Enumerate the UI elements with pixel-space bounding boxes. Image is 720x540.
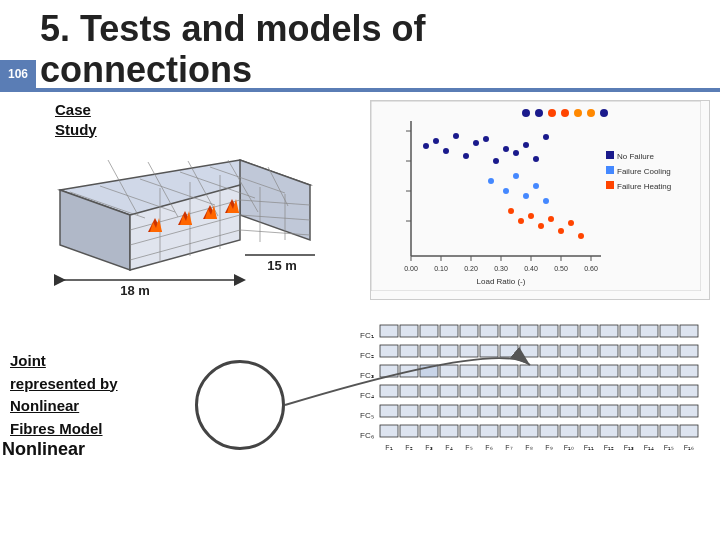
svg-rect-109 [440,325,458,337]
svg-rect-197 [600,425,618,437]
svg-rect-192 [500,425,518,437]
svg-point-75 [443,148,449,154]
svg-rect-128 [500,345,518,357]
svg-rect-134 [620,345,638,357]
svg-rect-155 [400,385,418,397]
svg-rect-180 [580,405,598,417]
svg-text:F₁₆: F₁₆ [684,444,694,451]
svg-point-77 [463,153,469,159]
chart-svg: No Failure Failure Cooling Failure Heati… [371,101,701,291]
svg-rect-199 [640,425,658,437]
svg-text:F₁₁: F₁₁ [584,444,594,451]
fibres-diagram: FC₁ FC₂ FC₃ FC₄ FC₅ FC₆ [360,320,705,520]
svg-rect-124 [420,345,438,357]
svg-rect-200 [660,425,678,437]
svg-point-87 [503,188,509,194]
svg-rect-196 [580,425,598,437]
svg-rect-119 [640,325,658,337]
svg-rect-194 [540,425,558,437]
svg-rect-131 [560,345,578,357]
svg-point-81 [503,146,509,152]
svg-point-93 [518,218,524,224]
svg-rect-154 [380,385,398,397]
svg-rect-169 [680,385,698,397]
nonlinear-label: Nonlinear [2,439,85,460]
svg-text:F₃: F₃ [425,444,432,451]
svg-rect-108 [420,325,438,337]
svg-rect-146 [540,365,558,377]
svg-rect-153 [680,365,698,377]
svg-point-41 [548,109,556,117]
svg-rect-118 [620,325,638,337]
chart-area: No Failure Failure Cooling Failure Heati… [370,100,710,300]
svg-text:0.60: 0.60 [584,265,598,272]
svg-rect-145 [520,365,538,377]
svg-rect-174 [460,405,478,417]
svg-point-92 [508,208,514,214]
svg-rect-114 [540,325,558,337]
svg-rect-186 [380,425,398,437]
svg-rect-46 [606,151,614,159]
svg-point-39 [522,109,530,117]
svg-text:F₂: F₂ [405,444,412,451]
svg-text:18 m: 18 m [120,283,150,298]
svg-rect-111 [480,325,498,337]
svg-rect-162 [540,385,558,397]
svg-text:FC₆: FC₆ [360,431,374,440]
svg-rect-185 [680,405,698,417]
svg-text:Load Ratio (-): Load Ratio (-) [477,277,526,286]
svg-point-40 [535,109,543,117]
svg-text:FC₃: FC₃ [360,371,374,380]
fibres-svg: FC₁ FC₂ FC₃ FC₄ FC₅ FC₆ [360,320,705,520]
svg-rect-110 [460,325,478,337]
slide-number-text: 106 [8,67,28,81]
svg-rect-117 [600,325,618,337]
svg-rect-123 [400,345,418,357]
svg-text:FC₅: FC₅ [360,411,374,420]
svg-rect-156 [420,385,438,397]
svg-point-79 [483,136,489,142]
svg-rect-168 [660,385,678,397]
svg-rect-159 [480,385,498,397]
svg-text:F₁₅: F₁₅ [664,444,674,451]
svg-rect-139 [400,365,418,377]
svg-text:Failure Cooling: Failure Cooling [617,167,671,176]
svg-rect-107 [400,325,418,337]
svg-rect-147 [560,365,578,377]
svg-rect-157 [440,385,458,397]
svg-rect-173 [440,405,458,417]
svg-text:F₇: F₇ [505,444,512,451]
joint-label: Joint represented by Nonlinear Fibres Mo… [10,350,118,440]
svg-rect-130 [540,345,558,357]
svg-rect-158 [460,385,478,397]
page-title: 5. Tests and models of connections [40,8,710,91]
svg-rect-138 [380,365,398,377]
svg-rect-135 [640,345,658,357]
svg-rect-184 [660,405,678,417]
svg-text:0.00: 0.00 [404,265,418,272]
svg-rect-181 [600,405,618,417]
building-diagram: 18 m 15 m [40,130,350,310]
svg-rect-144 [500,365,518,377]
svg-point-85 [543,134,549,140]
svg-rect-170 [380,405,398,417]
svg-rect-166 [620,385,638,397]
svg-rect-187 [400,425,418,437]
svg-rect-125 [440,345,458,357]
svg-text:0.10: 0.10 [434,265,448,272]
svg-rect-152 [660,365,678,377]
svg-rect-113 [520,325,538,337]
svg-rect-163 [560,385,578,397]
svg-point-84 [533,156,539,162]
svg-point-83 [523,142,529,148]
svg-rect-115 [560,325,578,337]
svg-rect-121 [680,325,698,337]
svg-text:15 m: 15 m [267,258,297,273]
svg-text:F₅: F₅ [465,444,472,451]
svg-rect-195 [560,425,578,437]
svg-rect-190 [460,425,478,437]
svg-rect-176 [500,405,518,417]
svg-text:F₄: F₄ [445,444,452,451]
svg-point-88 [513,173,519,179]
svg-text:0.40: 0.40 [524,265,538,272]
